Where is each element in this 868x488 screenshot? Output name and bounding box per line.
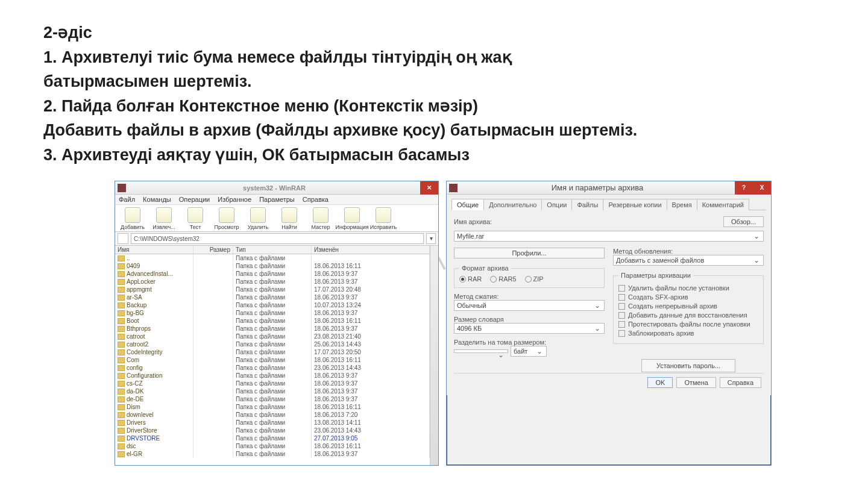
params-legend: Параметры архивации [618, 272, 693, 279]
archive-name-label: Имя архива: [454, 218, 492, 225]
table-row[interactable]: DriversПапка с файлами13.08.2013 14:11 [115, 419, 430, 427]
table-row[interactable]: configПапка с файлами23.06.2013 14:43 [115, 364, 430, 372]
tool-extract[interactable]: Извлеч... [149, 207, 179, 230]
tool-info[interactable]: Информация [337, 207, 367, 230]
table-row[interactable]: DriverStoreПапка с файлами23.06.2013 14:… [115, 427, 430, 434]
add-icon [125, 207, 140, 223]
menu-operations[interactable]: Операции [179, 196, 210, 203]
menu-settings[interactable]: Параметры [259, 196, 295, 203]
table-row[interactable]: bg-BGПапка с файлами18.06.2013 9:37 [115, 309, 430, 317]
col-type[interactable]: Тип [233, 246, 312, 254]
archive-name-combo[interactable]: Myfile.rar [454, 231, 764, 242]
table-row[interactable]: catrootПапка с файлами23.08.2013 21:40 [115, 333, 430, 340]
menu-commands[interactable]: Команды [143, 196, 171, 203]
window-title: system32 - WinRAR [128, 184, 420, 192]
opt-lock[interactable]: Заблокировать архив [618, 330, 758, 337]
titlebar[interactable]: system32 - WinRAR ✕ [115, 181, 438, 195]
tab-comment[interactable]: Комментарий [697, 199, 749, 210]
path-dropdown-icon[interactable]: ▾ [426, 233, 436, 244]
table-row[interactable]: ..Папка с файлами [115, 254, 430, 262]
scrollbar[interactable] [430, 246, 438, 465]
instruction-text: 2-әдіс 1. Архивтелуі тиіс бума немесе фа… [43, 20, 827, 167]
opt-recovery[interactable]: Добавить данные для восстановления [618, 311, 758, 319]
folder-icon [118, 428, 125, 434]
opt-delete-after[interactable]: Удалить файлы после установки [618, 284, 758, 292]
compression-label: Метод сжатия: [454, 293, 605, 300]
opt-test[interactable]: Протестировать файлы после упаковки [618, 321, 758, 328]
radio-zip[interactable]: ZIP [525, 275, 544, 283]
table-row[interactable]: CodeIntegrityПапка с файлами17.07.2013 2… [115, 348, 430, 356]
tab-advanced[interactable]: Дополнительно [483, 199, 542, 210]
dialog-titlebar[interactable]: Имя и параметры архива ? X [447, 181, 771, 195]
up-button[interactable] [118, 233, 128, 244]
tool-delete[interactable]: Удалить [243, 207, 273, 230]
view-icon [219, 207, 234, 223]
file-list[interactable]: ..Папка с файлами0409Папка с файлами18.0… [115, 254, 430, 465]
table-row[interactable]: el-GRПапка с файлами18.06.2013 9:37 [115, 450, 430, 458]
col-name[interactable]: Имя [115, 246, 193, 254]
table-row[interactable]: AppLockerПапка с файлами18.06.2013 9:37 [115, 278, 430, 286]
menu-file[interactable]: Файл [119, 196, 135, 203]
split-size-combo[interactable] [454, 349, 508, 353]
table-row[interactable]: DRVSTOREПапка с файлами27.07.2013 9:05 [115, 434, 430, 442]
tool-test[interactable]: Тест [180, 207, 210, 230]
tab-options[interactable]: Опции [541, 199, 572, 210]
table-row[interactable]: BootПапка с файлами18.06.2013 16:11 [115, 317, 430, 325]
tab-files[interactable]: Файлы [571, 199, 603, 210]
tool-wizard[interactable]: Мастер [306, 207, 336, 230]
table-row[interactable]: DismПапка с файлами18.06.2013 16:11 [115, 403, 430, 411]
tab-time[interactable]: Время [667, 199, 697, 210]
folder-icon [118, 357, 125, 363]
tab-general[interactable]: Общие [451, 199, 484, 210]
close-icon[interactable]: ✕ [420, 181, 438, 195]
cancel-button[interactable]: Отмена [676, 377, 715, 388]
table-row[interactable]: catroot2Папка с файлами25.06.2013 14:43 [115, 340, 430, 348]
table-row[interactable]: BthpropsПапка с файлами18.06.2013 9:37 [115, 325, 430, 333]
wizard-icon [313, 207, 329, 223]
split-unit-combo[interactable]: байт [511, 346, 547, 357]
table-row[interactable]: appmgmtПапка с файлами17.07.2013 20:48 [115, 286, 430, 293]
column-headers[interactable]: Имя Размер Тип Изменён [115, 246, 430, 254]
col-date[interactable]: Изменён [312, 246, 430, 254]
toolbar: Добавить Извлеч... Тест Просмотр Удалить… [115, 205, 438, 232]
update-method-combo[interactable]: Добавить с заменой файлов [613, 255, 764, 266]
compression-combo[interactable]: Обычный [454, 300, 605, 311]
close-icon[interactable]: X [753, 181, 771, 195]
table-row[interactable]: ComПапка с файлами18.06.2013 16:11 [115, 356, 430, 364]
radio-rar5[interactable]: RAR5 [490, 275, 516, 283]
folder-icon [118, 412, 125, 418]
menu-help[interactable]: Справка [303, 196, 329, 203]
opt-sfx[interactable]: Создать SFX-архив [618, 293, 758, 301]
ok-button[interactable]: OK [647, 377, 673, 388]
update-method-label: Метод обновления: [613, 248, 764, 255]
table-row[interactable]: BackupПапка с файлами10.07.2013 13:24 [115, 301, 430, 309]
menubar[interactable]: Файл Команды Операции Избранное Параметр… [115, 195, 438, 205]
dict-combo[interactable]: 4096 КБ [454, 323, 605, 334]
help-title-button[interactable]: ? [735, 181, 753, 195]
table-row[interactable]: ConfigurationПапка с файлами18.06.2013 9… [115, 372, 430, 380]
col-size[interactable]: Размер [193, 246, 233, 254]
tool-find[interactable]: Найти [274, 207, 304, 230]
browse-button[interactable]: Обзор... [723, 216, 764, 227]
tab-bar: Общие Дополнительно Опции Файлы Резервны… [451, 198, 766, 210]
radio-rar[interactable]: RAR [459, 275, 482, 283]
table-row[interactable]: ar-SAПапка с файлами18.06.2013 9:37 [115, 293, 430, 301]
folder-icon [118, 404, 125, 410]
table-row[interactable]: 0409Папка с файлами18.06.2013 16:11 [115, 262, 430, 270]
table-row[interactable]: de-DEПапка с файлами18.06.2013 9:37 [115, 395, 430, 403]
opt-solid[interactable]: Создать непрерывный архив [618, 302, 758, 310]
profiles-button[interactable]: Профили... [454, 248, 605, 258]
tab-backup[interactable]: Резервные копии [603, 199, 667, 210]
table-row[interactable]: downlevelПапка с файлами18.06.2013 7:20 [115, 411, 430, 419]
tool-view[interactable]: Просмотр [212, 207, 242, 230]
table-row[interactable]: dscПапка с файлами18.06.2013 16:11 [115, 442, 430, 450]
table-row[interactable]: da-DKПапка с файлами18.06.2013 9:37 [115, 387, 430, 395]
menu-favorites[interactable]: Избранное [218, 196, 251, 203]
path-input[interactable] [131, 233, 424, 244]
table-row[interactable]: cs-CZПапка с файлами18.06.2013 9:37 [115, 380, 430, 387]
tool-repair[interactable]: Исправить [368, 207, 398, 230]
tool-add[interactable]: Добавить [118, 207, 148, 230]
help-button[interactable]: Справка [720, 377, 761, 388]
set-password-button[interactable]: Установить пароль... [641, 359, 735, 372]
table-row[interactable]: AdvancedInstal...Папка с файлами18.06.20… [115, 270, 430, 278]
